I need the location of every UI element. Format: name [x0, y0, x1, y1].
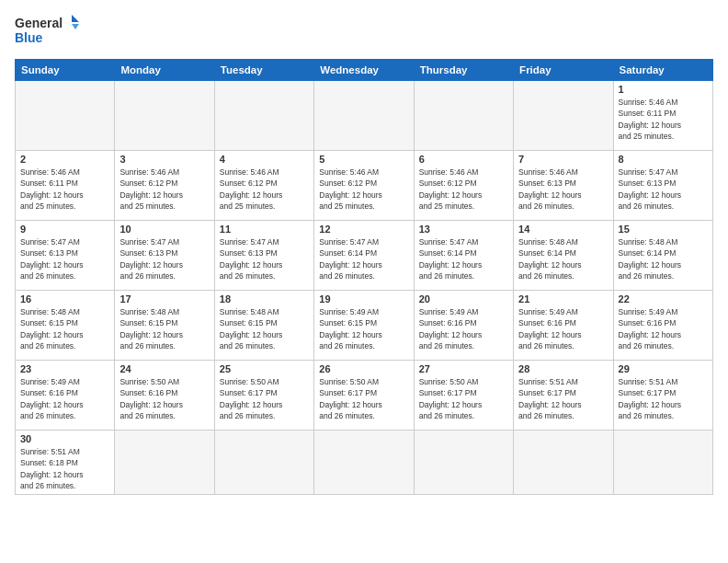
calendar-cell [414, 431, 513, 495]
calendar-cell [314, 431, 414, 495]
calendar-week-row: 9Sunrise: 5:47 AMSunset: 6:13 PMDaylight… [16, 221, 713, 291]
calendar-cell: 4Sunrise: 5:46 AMSunset: 6:12 PMDaylight… [214, 151, 313, 221]
col-thursday: Thursday [414, 60, 513, 81]
calendar-cell [115, 431, 214, 495]
day-info: Sunrise: 5:48 AMSunset: 6:15 PMDaylight:… [119, 306, 209, 351]
calendar-cell [514, 81, 613, 151]
day-info: Sunrise: 5:49 AMSunset: 6:16 PMDaylight:… [20, 376, 109, 421]
day-info: Sunrise: 5:48 AMSunset: 6:14 PMDaylight:… [518, 236, 608, 282]
day-number: 15 [619, 224, 708, 235]
calendar-cell: 19Sunrise: 5:49 AMSunset: 6:15 PMDayligh… [314, 291, 414, 361]
svg-text:Blue: Blue [15, 30, 43, 45]
calendar-cell [314, 81, 414, 151]
calendar-cell: 30Sunrise: 5:51 AMSunset: 6:18 PMDayligh… [16, 431, 115, 495]
day-number: 22 [619, 293, 708, 304]
calendar-cell [214, 81, 313, 151]
calendar-cell: 6Sunrise: 5:46 AMSunset: 6:12 PMDaylight… [414, 151, 513, 221]
calendar-cell: 7Sunrise: 5:46 AMSunset: 6:13 PMDaylight… [514, 151, 613, 221]
day-info: Sunrise: 5:49 AMSunset: 6:16 PMDaylight:… [619, 306, 708, 351]
day-info: Sunrise: 5:46 AMSunset: 6:11 PMDaylight:… [619, 97, 708, 142]
calendar-cell: 10Sunrise: 5:47 AMSunset: 6:13 PMDayligh… [115, 221, 214, 291]
col-saturday: Saturday [613, 60, 712, 81]
calendar-cell: 23Sunrise: 5:49 AMSunset: 6:16 PMDayligh… [16, 361, 115, 431]
day-number: 7 [518, 154, 608, 165]
page: General Blue Sunday Monday Tuesday Wedne… [0, 0, 728, 563]
day-number: 23 [20, 363, 109, 374]
svg-marker-3 [72, 24, 79, 29]
calendar-cell: 17Sunrise: 5:48 AMSunset: 6:15 PMDayligh… [115, 291, 214, 361]
day-number: 1 [619, 84, 708, 95]
day-info: Sunrise: 5:47 AMSunset: 6:14 PMDaylight:… [319, 236, 408, 282]
day-number: 28 [518, 363, 608, 374]
day-number: 13 [419, 224, 508, 235]
calendar-cell [214, 431, 313, 495]
calendar-week-row: 30Sunrise: 5:51 AMSunset: 6:18 PMDayligh… [16, 431, 713, 495]
day-info: Sunrise: 5:48 AMSunset: 6:15 PMDaylight:… [220, 306, 309, 351]
calendar-table: Sunday Monday Tuesday Wednesday Thursday… [15, 59, 713, 495]
day-number: 3 [119, 154, 209, 165]
calendar-cell [115, 81, 214, 151]
calendar-cell: 16Sunrise: 5:48 AMSunset: 6:15 PMDayligh… [16, 291, 115, 361]
calendar-week-row: 1Sunrise: 5:46 AMSunset: 6:11 PMDaylight… [16, 81, 713, 151]
calendar-cell: 29Sunrise: 5:51 AMSunset: 6:17 PMDayligh… [613, 361, 712, 431]
calendar-cell [514, 431, 613, 495]
day-info: Sunrise: 5:51 AMSunset: 6:17 PMDaylight:… [619, 376, 708, 421]
day-info: Sunrise: 5:48 AMSunset: 6:14 PMDaylight:… [619, 236, 708, 282]
calendar-cell: 24Sunrise: 5:50 AMSunset: 6:16 PMDayligh… [115, 361, 214, 431]
day-info: Sunrise: 5:51 AMSunset: 6:17 PMDaylight:… [518, 376, 608, 421]
day-info: Sunrise: 5:48 AMSunset: 6:15 PMDaylight:… [20, 306, 109, 351]
col-sunday: Sunday [16, 60, 115, 81]
col-wednesday: Wednesday [314, 60, 414, 81]
day-number: 30 [20, 433, 109, 444]
calendar-cell: 12Sunrise: 5:47 AMSunset: 6:14 PMDayligh… [314, 221, 414, 291]
day-info: Sunrise: 5:50 AMSunset: 6:17 PMDaylight:… [419, 376, 508, 421]
calendar-cell: 18Sunrise: 5:48 AMSunset: 6:15 PMDayligh… [214, 291, 313, 361]
calendar-week-row: 16Sunrise: 5:48 AMSunset: 6:15 PMDayligh… [16, 291, 713, 361]
col-monday: Monday [115, 60, 214, 81]
day-info: Sunrise: 5:50 AMSunset: 6:17 PMDaylight:… [319, 376, 408, 421]
day-number: 27 [419, 363, 508, 374]
calendar-cell: 15Sunrise: 5:48 AMSunset: 6:14 PMDayligh… [613, 221, 712, 291]
calendar-week-row: 23Sunrise: 5:49 AMSunset: 6:16 PMDayligh… [16, 361, 713, 431]
day-info: Sunrise: 5:46 AMSunset: 6:12 PMDaylight:… [119, 167, 209, 212]
calendar-cell: 14Sunrise: 5:48 AMSunset: 6:14 PMDayligh… [514, 221, 613, 291]
day-number: 12 [319, 224, 408, 235]
day-info: Sunrise: 5:47 AMSunset: 6:13 PMDaylight:… [119, 236, 209, 282]
day-info: Sunrise: 5:46 AMSunset: 6:13 PMDaylight:… [518, 167, 608, 212]
day-info: Sunrise: 5:49 AMSunset: 6:16 PMDaylight:… [518, 306, 608, 351]
calendar-cell: 21Sunrise: 5:49 AMSunset: 6:16 PMDayligh… [514, 291, 613, 361]
calendar-cell: 2Sunrise: 5:46 AMSunset: 6:11 PMDaylight… [16, 151, 115, 221]
day-info: Sunrise: 5:47 AMSunset: 6:13 PMDaylight:… [220, 236, 309, 282]
day-number: 19 [319, 293, 408, 304]
calendar-cell: 25Sunrise: 5:50 AMSunset: 6:17 PMDayligh… [214, 361, 313, 431]
day-number: 14 [518, 224, 608, 235]
day-info: Sunrise: 5:50 AMSunset: 6:17 PMDaylight:… [220, 376, 309, 421]
col-tuesday: Tuesday [214, 60, 313, 81]
calendar-cell: 28Sunrise: 5:51 AMSunset: 6:17 PMDayligh… [514, 361, 613, 431]
day-info: Sunrise: 5:50 AMSunset: 6:16 PMDaylight:… [119, 376, 209, 421]
calendar-cell: 20Sunrise: 5:49 AMSunset: 6:16 PMDayligh… [414, 291, 513, 361]
calendar-cell: 3Sunrise: 5:46 AMSunset: 6:12 PMDaylight… [115, 151, 214, 221]
calendar-cell: 27Sunrise: 5:50 AMSunset: 6:17 PMDayligh… [414, 361, 513, 431]
day-number: 4 [220, 154, 309, 165]
day-info: Sunrise: 5:49 AMSunset: 6:15 PMDaylight:… [319, 306, 408, 351]
calendar-cell [16, 81, 115, 151]
day-number: 2 [20, 154, 109, 165]
day-info: Sunrise: 5:46 AMSunset: 6:12 PMDaylight:… [419, 167, 508, 212]
logo: General Blue [15, 13, 79, 50]
day-number: 6 [419, 154, 508, 165]
calendar-week-row: 2Sunrise: 5:46 AMSunset: 6:11 PMDaylight… [16, 151, 713, 221]
day-info: Sunrise: 5:46 AMSunset: 6:12 PMDaylight:… [220, 167, 309, 212]
day-number: 9 [20, 224, 109, 235]
day-number: 11 [220, 224, 309, 235]
calendar-cell: 26Sunrise: 5:50 AMSunset: 6:17 PMDayligh… [314, 361, 414, 431]
day-number: 18 [220, 293, 309, 304]
day-number: 17 [119, 293, 209, 304]
day-info: Sunrise: 5:47 AMSunset: 6:14 PMDaylight:… [419, 236, 508, 282]
svg-marker-2 [72, 15, 79, 22]
day-number: 29 [619, 363, 708, 374]
header: General Blue [15, 13, 713, 50]
calendar-cell: 1Sunrise: 5:46 AMSunset: 6:11 PMDaylight… [613, 81, 712, 151]
calendar-cell [414, 81, 513, 151]
day-info: Sunrise: 5:47 AMSunset: 6:13 PMDaylight:… [20, 236, 109, 282]
